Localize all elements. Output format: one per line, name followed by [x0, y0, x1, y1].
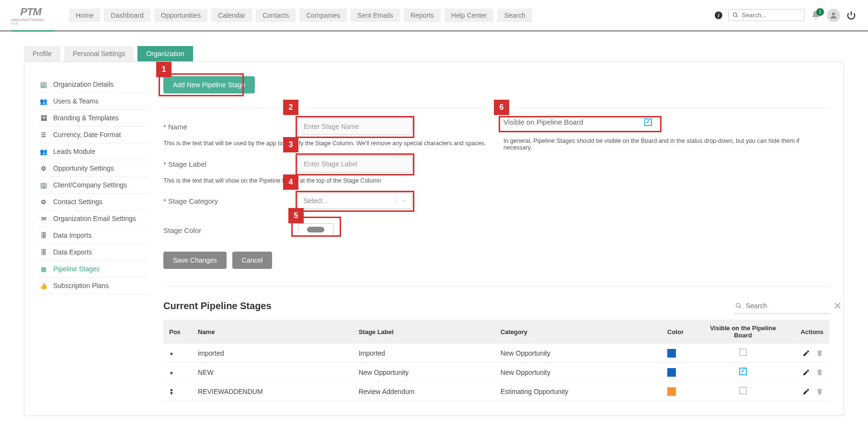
visible-checkbox[interactable] — [644, 118, 652, 126]
global-search[interactable] — [728, 9, 805, 21]
logo-sub: MANUFACTURING, LLC — [11, 18, 50, 25]
cell-name: REVIEWADDENDUM — [192, 382, 353, 401]
user-avatar[interactable] — [827, 9, 840, 22]
notifications-button[interactable]: 1 — [811, 10, 821, 21]
delete-icon[interactable] — [816, 388, 823, 395]
cell-label: Review Addendum — [353, 382, 495, 401]
svg-point-3 — [736, 303, 740, 307]
logo-text: PTM — [20, 6, 41, 18]
marker-2: 2 — [283, 100, 298, 115]
th-pos: Pos — [163, 320, 192, 344]
sidebar-item-contact[interactable]: ⚙Contact Settings — [39, 194, 149, 210]
sidebar-item-opportunity[interactable]: ⚙Opportunity Settings — [39, 160, 149, 177]
sidebar-item-label: Pipeline Stages — [53, 265, 100, 273]
sidebar-item-client[interactable]: 🏢Client/Company Settings — [39, 177, 149, 194]
visible-help: In general, Pipeline Stages should be vi… — [503, 138, 829, 151]
table-title: Current Pipeline Stages — [163, 301, 272, 312]
sidebar-item-currency[interactable]: ☰Currency, Date Format — [39, 127, 149, 143]
marker-1: 1 — [156, 62, 171, 77]
nav-help-center[interactable]: Help Center — [445, 9, 494, 22]
tab-profile[interactable]: Profile — [24, 46, 60, 61]
nav-reports[interactable]: Reports — [404, 9, 441, 22]
nav-contacts[interactable]: Contacts — [256, 9, 296, 22]
table-row: ▼NEWNew OpportunityNew Opportunity — [163, 363, 829, 382]
search-icon — [732, 12, 739, 18]
sidebar-item-label: Data Imports — [53, 231, 91, 239]
sidebar-item-label: Contact Settings — [53, 198, 103, 206]
table-search-input[interactable] — [746, 302, 830, 310]
sidebar-item-exports[interactable]: 🗄Data Exports — [39, 244, 149, 261]
sidebar-item-branding[interactable]: 🖼Branding & Templates — [39, 110, 149, 127]
visible-checkbox[interactable] — [739, 387, 747, 394]
table-row: ▲▼REVIEWADDENDUMReview AddendumEstimatin… — [163, 382, 829, 401]
svg-point-2 — [832, 12, 835, 15]
database-icon: 🗄 — [40, 232, 47, 239]
sidebar-item-imports[interactable]: 🗄Data Imports — [39, 227, 149, 244]
marker-6-box — [499, 116, 662, 132]
category-label: * Stage Category — [163, 197, 218, 205]
info-icon[interactable]: i — [715, 12, 722, 19]
sidebar-item-label: Leads Module — [53, 148, 95, 155]
color-cell — [667, 349, 676, 358]
building-icon: 🏢 — [40, 182, 47, 189]
user-cog-icon: ⚙ — [40, 165, 47, 172]
clear-icon[interactable]: ✕ — [834, 300, 842, 312]
settings-tabs: Profile Personal Settings Organization — [24, 46, 844, 61]
cancel-button[interactable]: Cancel — [232, 252, 273, 269]
arrow-down-icon[interactable]: ▼ — [169, 351, 174, 357]
delete-icon[interactable] — [816, 369, 823, 376]
delete-icon[interactable] — [816, 349, 823, 357]
marker-5: 5 — [288, 208, 304, 223]
search-icon — [735, 302, 742, 309]
sidebar-item-label: Client/Company Settings — [53, 181, 127, 189]
nav-home[interactable]: Home — [69, 9, 100, 22]
tab-personal-settings[interactable]: Personal Settings — [64, 46, 134, 61]
power-icon[interactable] — [846, 10, 857, 21]
cell-category: New Opportunity — [495, 344, 662, 363]
th-actions: Actions — [791, 320, 829, 344]
tab-organization[interactable]: Organization — [137, 46, 193, 61]
marker-3: 3 — [283, 137, 298, 152]
sidebar-item-label: Branding & Templates — [53, 114, 119, 122]
cell-category: New Opportunity — [495, 363, 662, 382]
sidebar-item-pipeline[interactable]: ▦Pipeline Stages — [39, 261, 149, 278]
th-category: Category — [495, 320, 662, 344]
table-search[interactable]: ✕ — [733, 298, 829, 314]
nav-companies[interactable]: Companies — [299, 9, 347, 22]
search-input[interactable] — [742, 12, 800, 19]
nav-search[interactable]: Search — [497, 9, 532, 22]
name-help: This is the text that will be used by th… — [163, 140, 489, 147]
edit-icon[interactable] — [802, 349, 810, 357]
sidebar-item-org-details[interactable]: 🏢Organization Details — [39, 76, 149, 93]
color-label: Stage Color — [163, 226, 201, 234]
sidebar-item-users-teams[interactable]: 👥Users & Teams — [39, 93, 149, 110]
users-icon: 👥 — [40, 98, 47, 105]
sidebar-item-email[interactable]: ✉Organization Email Settings — [39, 210, 149, 227]
visible-checkbox[interactable] — [739, 348, 747, 356]
edit-icon[interactable] — [802, 369, 810, 376]
settings-sidebar: 🏢Organization Details 👥Users & Teams 🖼Br… — [39, 76, 149, 401]
th-visible: Visible on the Pipeline Board — [695, 320, 791, 344]
visible-checkbox[interactable] — [739, 368, 747, 375]
envelope-icon: ✉ — [40, 215, 47, 222]
logo[interactable]: PTM MANUFACTURING, LLC — [11, 4, 50, 27]
th-label: Stage Label — [353, 320, 495, 344]
columns-icon: ▦ — [40, 266, 47, 273]
nav-calendar[interactable]: Calendar — [211, 9, 252, 22]
sidebar-item-leads[interactable]: 👥Leads Module — [39, 143, 149, 160]
sidebar-item-label: Opportunity Settings — [53, 164, 114, 172]
sidebar-item-subscription[interactable]: 👍Subscription Plans — [39, 278, 149, 294]
nav-sent-emails[interactable]: Sent Emails — [351, 9, 400, 22]
marker-4: 4 — [283, 174, 298, 190]
sidebar-item-label: Users & Teams — [53, 97, 99, 105]
nav-dashboard[interactable]: Dashboard — [104, 9, 150, 22]
sidebar-item-label: Subscription Plans — [53, 282, 109, 289]
arrow-down-icon[interactable]: ▼ — [169, 392, 186, 395]
svg-line-1 — [736, 16, 738, 17]
arrow-down-icon[interactable]: ▼ — [169, 370, 174, 376]
edit-icon[interactable] — [802, 388, 810, 395]
nav-opportunities[interactable]: Opportunities — [154, 9, 207, 22]
save-button[interactable]: Save Changes — [163, 252, 227, 269]
building-icon: 🏢 — [40, 81, 47, 88]
cell-name: NEW — [192, 363, 353, 382]
